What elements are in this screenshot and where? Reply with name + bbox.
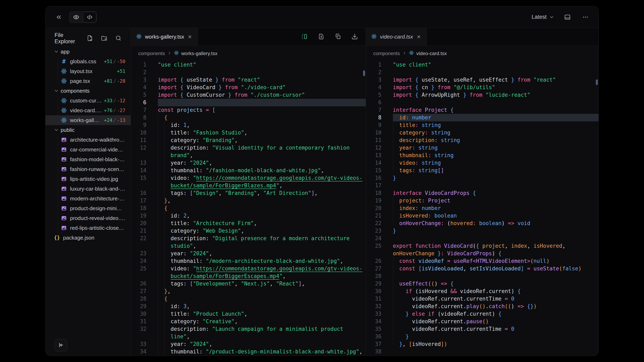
line-number: 1: [131, 61, 146, 68]
tree-file-fashion-model-black-[interactable]: fashion-model-black-…: [46, 154, 131, 164]
chevron-right-icon: [402, 51, 406, 56]
line-number: 14: [366, 159, 382, 167]
tree-file-video-card.tsx[interactable]: video-card.tsx+76/-27: [46, 105, 131, 115]
code-editor-video-card[interactable]: 1"use client"23import { useState, useRef…: [366, 61, 598, 356]
line-number: 16: [131, 189, 146, 197]
code-line-33: 33year: "2024",: [131, 340, 366, 348]
tab-video-card[interactable]: video-card.tsx ✕: [366, 28, 427, 46]
collapse-sidebar-button[interactable]: [54, 339, 67, 352]
line-number: 18: [131, 204, 146, 212]
tree-folder-components[interactable]: components: [46, 86, 131, 96]
code-line-26: 26const videoRef = useRef<HTMLVideoEleme…: [366, 257, 598, 265]
tree-file-luxury-car-black-and-[interactable]: luxury-car-black-and-…: [46, 184, 131, 194]
scrollbar-thumb[interactable]: [596, 79, 598, 85]
line-number: 4: [366, 84, 382, 91]
toggle-bottom-panel-button[interactable]: [562, 12, 572, 22]
close-tab-icon[interactable]: ✕: [416, 34, 421, 40]
line-number: 20: [131, 220, 146, 227]
line-number: 25: [131, 265, 146, 280]
tree-folder-app[interactable]: app: [46, 47, 131, 56]
code-line-15: 15video: "https://commondatastorage.goog…: [131, 174, 366, 189]
diff-view-button[interactable]: [300, 32, 309, 42]
tree-file-lips-artistic-video.jpg[interactable]: lips-artistic-video.jpg: [46, 174, 131, 184]
line-number: 21: [131, 227, 146, 235]
new-file-button[interactable]: [85, 33, 95, 44]
breadcrumb-folder[interactable]: components: [138, 51, 165, 56]
tree-file-product-design-minim-[interactable]: product-design-minim…: [46, 203, 131, 213]
more-options-button[interactable]: [580, 12, 590, 22]
file-diff-button[interactable]: [316, 32, 326, 42]
tree-folder-public[interactable]: public: [46, 125, 131, 135]
code-toggle-button[interactable]: [83, 12, 96, 23]
code-line-2: 2: [131, 68, 366, 76]
code-line-23: 23year: "2024",: [131, 250, 366, 257]
code-icon: [86, 14, 93, 20]
tree-file-product-reveal-video.j-[interactable]: product-reveal-video.j…: [46, 213, 131, 223]
code-line-29: 29useEffect(() => {: [366, 280, 598, 288]
tree-file-fashion-runway-scen-[interactable]: fashion-runway-scen…: [46, 164, 131, 174]
tree-file-car-commercial-video-[interactable]: car-commercial-video…: [46, 145, 131, 154]
code-line-8: 8id: number: [366, 114, 598, 121]
line-number: 38: [366, 348, 382, 356]
line-number: 27: [131, 288, 146, 295]
code-line-31: 31category: "Creative",: [131, 318, 366, 325]
code-line-22: 22onHoverChange: (hovered: boolean) => v…: [366, 220, 598, 227]
image-file-icon: [61, 225, 67, 231]
tree-file-layout.tsx[interactable]: layout.tsx+51: [46, 66, 131, 76]
file-diff-icon: [318, 33, 324, 40]
code-line-10: 10title: "Fashion Studio",: [131, 129, 366, 136]
new-folder-button[interactable]: [99, 33, 109, 44]
search-button[interactable]: [114, 33, 123, 44]
scrollbar-thumb[interactable]: [363, 70, 365, 76]
line-number: 10: [131, 129, 146, 136]
line-number: 23: [131, 250, 146, 257]
chevron-down-icon: [54, 49, 59, 54]
diff-stats: +76/-27: [102, 108, 125, 113]
tab-label: video-card.tsx: [380, 34, 413, 40]
code-line-14: 14thumbnail: "/fashion-model-black-and-w…: [131, 167, 366, 174]
version-selector[interactable]: Latest: [532, 14, 554, 20]
code-line-33: 33} else if (videoRef.current) {: [366, 310, 598, 318]
tree-file-works-galler-[interactable]: works-galler…+24/-13: [46, 115, 131, 125]
code-line-38: 38: [366, 348, 598, 356]
tree-file-globals.css[interactable]: #globals.css+51/-50: [46, 56, 131, 66]
collapse-panel-button[interactable]: [54, 12, 64, 22]
line-number: 3: [366, 76, 382, 84]
download-button[interactable]: [350, 32, 360, 42]
code-line-18: 18interface VideoCardProps {: [366, 189, 598, 197]
tree-file-red-lips-artistic-close-[interactable]: red-lips-artistic-close…: [46, 223, 131, 233]
copy-code-button[interactable]: [333, 32, 343, 42]
code-line-19: 19id: 2,: [131, 212, 366, 220]
code-line-5: 5import { ArrowUpRight } from "lucide-re…: [366, 91, 598, 99]
breadcrumb-folder[interactable]: components: [373, 51, 400, 56]
code-line-17: 17},: [131, 197, 366, 204]
line-number: 30: [366, 288, 382, 295]
diff-stats: +81/-28: [102, 78, 125, 84]
line-number: 37: [366, 340, 382, 348]
code-line-27: 27const [isVideoLoaded, setIsVideoLoaded…: [366, 265, 598, 272]
image-file-icon: [61, 146, 67, 153]
tree-file-package.json[interactable]: {}package.json: [46, 233, 131, 243]
breadcrumb-file: video-card.tsx: [416, 51, 447, 56]
code-line-9: 9id: 1,: [131, 121, 366, 129]
line-number: 9: [366, 121, 382, 129]
tree-file-modern-architecture-[interactable]: modern-architecture-…: [46, 194, 131, 203]
tree-file-architecture-walkthro-[interactable]: architecture-walkthro…: [46, 135, 131, 145]
tree-file-custom-curs-[interactable]: custom-curs…+33/-12: [46, 96, 131, 105]
code-editor-works-gallery[interactable]: 1"use client"23import { useState } from …: [131, 61, 366, 356]
preview-toggle-button[interactable]: [70, 12, 83, 23]
code-line-11: 11description: string: [366, 136, 598, 144]
search-icon: [115, 35, 122, 42]
close-tab-icon[interactable]: ✕: [188, 34, 192, 40]
code-line-9: 9title: string: [366, 121, 598, 129]
line-number: 34: [366, 318, 382, 325]
tab-works-gallery[interactable]: works-gallery.tsx ✕: [131, 28, 198, 46]
panel-bottom-icon: [564, 14, 571, 20]
tree-file-page.tsx[interactable]: page.tsx+81/-28: [46, 76, 131, 86]
code-line-35: 35videoRef.current.currentTime = 0: [366, 325, 598, 333]
sidebar-title: File Explorer: [54, 32, 85, 45]
code-line-34: 34videoRef.current.pause(): [366, 318, 598, 325]
line-number: 18: [366, 189, 382, 197]
code-line-24: 24thumbnail: "/modern-architecture-black…: [131, 257, 366, 265]
breadcrumb-file: works-gallery.tsx: [181, 51, 218, 56]
